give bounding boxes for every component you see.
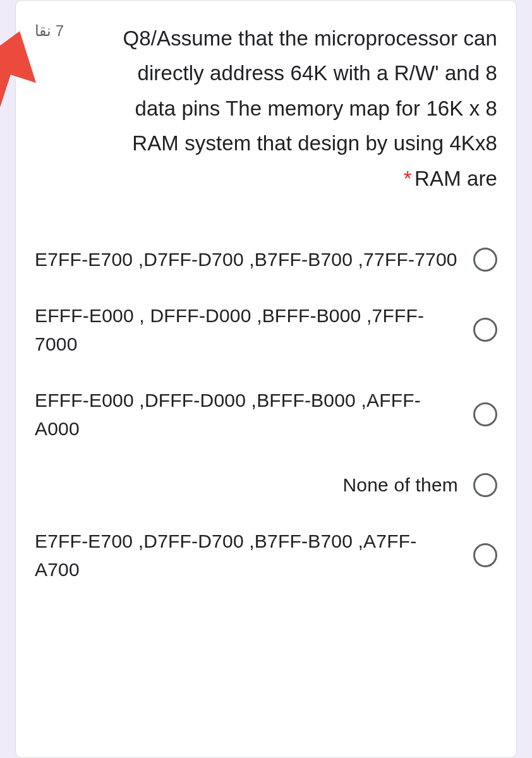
question-text-block: Q8/Assume that the microprocessor can di… bbox=[64, 18, 497, 196]
question-text: Q8/Assume that the microprocessor can di… bbox=[123, 27, 497, 190]
radio-icon bbox=[473, 318, 497, 342]
required-asterisk: * bbox=[404, 167, 412, 190]
option-5-label: E7FF-E700 ,D7FF-D700 ,B7FF-B700 ,A7FF-A7… bbox=[35, 527, 473, 584]
option-3[interactable]: EFFF-E000 ,DFFF-D000 ,BFFF-B000 ,AFFF-A0… bbox=[35, 372, 497, 457]
option-1-label: E7FF-E700 ,D7FF-D700 ,B7FF-B700 ,77FF-77… bbox=[35, 245, 473, 274]
radio-icon bbox=[473, 402, 497, 426]
option-5[interactable]: E7FF-E700 ,D7FF-D700 ,B7FF-B700 ,A7FF-A7… bbox=[35, 513, 497, 598]
option-4-label: None of them bbox=[35, 471, 473, 499]
radio-icon bbox=[473, 248, 497, 272]
option-2[interactable]: EFFF-E000 , DFFF-D000 ,BFFF-B000 ,7FFF-7… bbox=[35, 287, 497, 372]
question-header: Q8/Assume that the microprocessor can di… bbox=[35, 18, 497, 196]
radio-icon bbox=[473, 543, 497, 567]
points-label: 7 نقا bbox=[35, 18, 64, 40]
option-1[interactable]: E7FF-E700 ,D7FF-D700 ,B7FF-B700 ,77FF-77… bbox=[35, 231, 497, 287]
option-2-label: EFFF-E000 , DFFF-D000 ,BFFF-B000 ,7FFF-7… bbox=[35, 301, 473, 358]
radio-icon bbox=[473, 473, 497, 497]
options-list: E7FF-E700 ,D7FF-D700 ,B7FF-B700 ,77FF-77… bbox=[35, 231, 497, 598]
option-3-label: EFFF-E000 ,DFFF-D000 ,BFFF-B000 ,AFFF-A0… bbox=[35, 386, 473, 443]
question-card: Q8/Assume that the microprocessor can di… bbox=[15, 0, 517, 758]
option-4[interactable]: None of them bbox=[35, 457, 497, 513]
